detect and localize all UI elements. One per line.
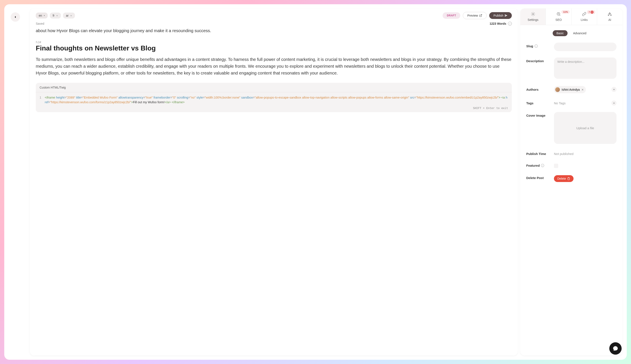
link-icon	[582, 12, 586, 17]
tab-seo[interactable]: SEO 11%	[546, 8, 572, 25]
description-input[interactable]	[554, 58, 616, 79]
add-author-button[interactable]: +	[612, 87, 616, 92]
delete-post-label: Delete Post	[526, 174, 550, 180]
pill-tabs: Basic Advanced	[526, 30, 616, 36]
svg-line-2	[560, 15, 560, 16]
info-icon[interactable]: i	[508, 22, 512, 26]
content-paragraph: about how Hyvor Blogs can elevate your b…	[36, 27, 512, 34]
tab-label: AI	[608, 18, 611, 22]
plus-icon: +	[56, 14, 58, 17]
editor-header: en fr + ar + DRAFT Preview	[30, 8, 518, 26]
language-tabs: en fr + ar +	[36, 12, 75, 18]
saved-indicator: Saved	[36, 22, 44, 25]
settings-body: Basic Advanced Slug i Description A	[520, 25, 622, 356]
lang-tab-fr[interactable]: fr +	[50, 12, 61, 18]
chat-button[interactable]	[609, 342, 622, 355]
plus-icon: +	[70, 14, 72, 17]
draft-status-button[interactable]: DRAFT	[442, 12, 460, 19]
line-number: 1	[40, 95, 41, 105]
heading-marker: h2#	[36, 40, 512, 44]
cover-upload[interactable]: Upload a file	[554, 112, 616, 144]
delete-label: Delete	[557, 177, 566, 180]
chat-icon	[613, 346, 618, 351]
slug-label: Slug i	[526, 42, 550, 48]
settings-panel: Settings SEO 11% Links 7 ✕	[520, 8, 622, 356]
no-tags-text: No Tags	[554, 100, 566, 105]
editor-panel: en fr + ar + DRAFT Preview	[30, 8, 518, 356]
gear-icon	[531, 12, 535, 17]
word-count-value: 1223 Words	[490, 22, 506, 25]
lang-label: fr	[53, 14, 55, 17]
preview-label: Preview	[467, 14, 478, 17]
header-actions: DRAFT Preview Publish	[442, 12, 512, 19]
magnify-icon	[556, 12, 561, 17]
code-body[interactable]: 1 <iframe height="2089" title="Embedded …	[36, 92, 512, 106]
info-icon[interactable]: i	[534, 44, 538, 48]
trash-icon	[567, 177, 570, 180]
preview-button[interactable]: Preview	[463, 12, 487, 19]
svg-point-0	[532, 14, 534, 15]
authors-label: Authors	[526, 86, 550, 91]
remove-author-icon[interactable]: ✕	[582, 88, 584, 91]
tab-label: SEO	[556, 18, 562, 22]
tags-label: Tags	[526, 100, 550, 105]
featured-checkbox[interactable]	[554, 164, 558, 168]
tab-links[interactable]: Links 7 ✕	[572, 8, 597, 25]
content-heading: Final thoughts on Newsletter vs Blog	[36, 44, 512, 52]
lang-tab-en[interactable]: en	[36, 12, 48, 18]
code-block-title: Custom HTML/Twig	[36, 83, 512, 92]
code-hint: SHIFT + Enter to exit	[36, 106, 512, 112]
error-icon: ✕	[590, 11, 594, 14]
sidebar-tabs: Settings SEO 11% Links 7 ✕	[520, 8, 622, 25]
publish-time-value: Not published	[554, 150, 616, 156]
tab-settings[interactable]: Settings	[520, 8, 546, 25]
description-label: Description	[526, 58, 550, 63]
delete-button[interactable]: Delete	[554, 175, 574, 182]
seo-badge: 11%	[562, 10, 570, 14]
editor-content[interactable]: about how Hyvor Blogs can elevate your b…	[30, 26, 518, 356]
featured-label: Featured i	[526, 162, 550, 167]
add-tag-button[interactable]: +	[612, 100, 616, 106]
links-count: 7	[589, 11, 590, 14]
send-icon	[504, 14, 508, 17]
pill-basic[interactable]: Basic	[553, 30, 568, 36]
tab-ai[interactable]: AI	[597, 8, 622, 25]
tab-label: Settings	[528, 18, 538, 22]
publish-button[interactable]: Publish	[489, 12, 512, 19]
sparkle-icon	[608, 12, 612, 17]
lang-label: en	[39, 14, 42, 17]
lang-label: ar	[66, 14, 68, 17]
links-badge: 7 ✕	[587, 10, 595, 14]
tab-label: Links	[581, 18, 588, 22]
lang-tab-ar[interactable]: ar +	[63, 12, 75, 18]
publish-label: Publish	[494, 14, 503, 17]
author-chip: Ishini Avindya ✕	[554, 86, 586, 93]
word-count: 1223 Words i	[490, 22, 512, 26]
author-name: Ishini Avindya	[562, 88, 580, 91]
content-paragraph: To summarize, both newsletters and blogs…	[36, 56, 512, 76]
cover-image-label: Cover Image	[526, 112, 550, 117]
avatar	[555, 87, 560, 92]
publish-time-label: Publish Time	[526, 150, 550, 156]
external-link-icon	[479, 14, 482, 17]
info-icon[interactable]: i	[541, 164, 544, 167]
slug-input[interactable]	[554, 42, 616, 51]
lang-dot-icon	[44, 15, 45, 16]
back-button[interactable]	[11, 12, 20, 22]
code-content: <iframe height="2089" title="Embedded Wu…	[45, 95, 508, 105]
code-block: Custom HTML/Twig 1 <iframe height="2089"…	[36, 83, 512, 112]
pill-advanced[interactable]: Advanced	[569, 30, 590, 36]
